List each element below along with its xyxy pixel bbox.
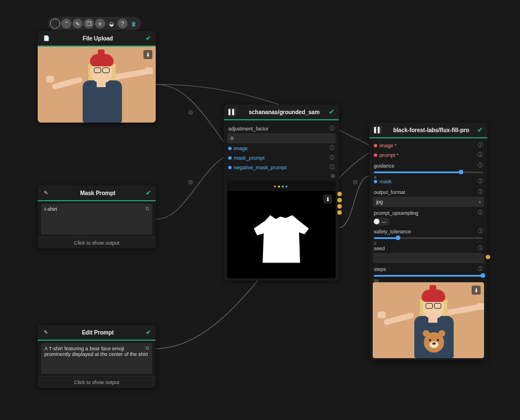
guidance-slider[interactable]: 4 — [373, 170, 484, 177]
show-output-button[interactable]: Click to show output — [38, 237, 156, 249]
check-icon: ✔ — [329, 108, 334, 116]
node-title: Edit Prompt — [50, 329, 146, 336]
person-illustration — [63, 49, 130, 123]
toolbar-help-icon[interactable]: ? — [117, 19, 128, 29]
model-icon: ▌▌ — [228, 108, 236, 116]
toolbar-list-icon[interactable]: ≡ — [95, 19, 105, 29]
port-image[interactable]: image *ⓘ — [373, 141, 484, 150]
edge-handle[interactable] — [188, 180, 193, 184]
node-header: ▌▌ black-forest-labs/flux-fill-pro ✔ — [369, 123, 487, 138]
output-ports — [337, 192, 342, 215]
tshirt-mask-shape — [254, 215, 309, 263]
node-file-upload[interactable]: 📄 File Upload ✔ ⬇ — [38, 31, 156, 123]
safety-tolerance-label: safety_toleranceⓘ — [374, 228, 483, 235]
prompt-upsampling-label: prompt_upsamplingⓘ — [374, 209, 483, 216]
edge-handle[interactable] — [353, 180, 358, 184]
info-icon[interactable]: ⓘ — [478, 151, 483, 159]
info-icon[interactable]: ⓘ — [478, 178, 483, 185]
edit-prompt-text: A T-shirt featuring a bear face emoji pr… — [44, 346, 148, 357]
node-title: black-forest-labs/flux-fill-pro — [385, 127, 477, 133]
check-icon: ✔ — [146, 328, 151, 336]
node-title: schananas/grounded_sam — [239, 109, 329, 115]
check-icon: ✔ — [477, 126, 483, 134]
port-image[interactable]: imageⓘ — [227, 143, 336, 153]
node-header: ✎ Edit Prompt ✔ — [38, 325, 156, 341]
node-header: ▌▌ schananas/grounded_sam ✔ — [224, 105, 339, 120]
output-port[interactable] — [337, 204, 342, 209]
check-icon: ✔ — [146, 34, 151, 42]
node-title: File Upload — [50, 35, 146, 42]
port-mask-prompt[interactable]: mask_promptⓘ — [227, 153, 336, 162]
steps-slider[interactable]: 50 — [373, 274, 484, 280]
download-icon[interactable]: ⬇ — [323, 195, 332, 204]
output-format-select[interactable]: jpg› — [373, 197, 484, 207]
node-title: Mask Prompt — [50, 190, 146, 196]
file-icon: 📄 — [42, 34, 50, 42]
chevron-right-icon: › — [479, 199, 481, 205]
info-icon[interactable]: ⓘ — [478, 142, 483, 149]
output-port[interactable] — [337, 210, 342, 215]
expand-icon[interactable]: ⧉ — [146, 345, 149, 351]
mask-prompt-text: t-shirt — [44, 206, 57, 212]
toolbar-pencil-icon[interactable]: ✎ — [73, 19, 83, 29]
node-mask-prompt[interactable]: ✎ Mask Prompt ✔ t-shirt ⧉ Click to show … — [38, 186, 156, 249]
adjustment-factor-input[interactable] — [227, 133, 336, 143]
toolbar-select-icon[interactable] — [50, 19, 60, 29]
info-icon[interactable]: ⓘ — [329, 164, 334, 171]
safety-tolerance-slider[interactable]: 2 — [373, 236, 484, 242]
output-port[interactable] — [337, 198, 342, 202]
mask-output-image[interactable]: ⬇ — [227, 191, 336, 278]
output-image[interactable]: ⬇ — [373, 282, 484, 358]
info-icon[interactable]: ⓘ — [478, 162, 483, 169]
adjustment-factor-label: adjustment_factor ⓘ — [228, 125, 334, 132]
node-grounded-sam[interactable]: ▌▌ schananas/grounded_sam ✔ adjustment_f… — [224, 105, 339, 281]
download-icon[interactable]: ⬇ — [472, 286, 481, 295]
uploaded-image[interactable]: ⬇ — [38, 47, 156, 123]
pencil-icon[interactable]: ✎ — [42, 328, 50, 336]
seed-input[interactable] — [373, 253, 484, 263]
info-icon[interactable]: ⓘ — [478, 228, 483, 235]
info-icon[interactable]: ⓘ — [329, 144, 334, 152]
toolbar-trash-icon[interactable]: 🗑 — [129, 19, 139, 29]
model-icon: ▌▌ — [374, 126, 382, 134]
toolbar-chevron-up-icon[interactable]: ˄ — [61, 19, 71, 29]
node-header: 📄 File Upload ✔ — [38, 31, 156, 47]
guidance-label: guidanceⓘ — [374, 162, 483, 169]
port-negative-mask-prompt[interactable]: negative_mask_promptⓘ — [227, 162, 336, 172]
check-icon: ✔ — [146, 189, 151, 197]
node-header: ✎ Mask Prompt ✔ — [38, 186, 156, 201]
output-format-label: output_formatⓘ — [374, 188, 483, 196]
node-edit-prompt[interactable]: ✎ Edit Prompt ✔ A T-shirt featuring a be… — [38, 325, 156, 388]
edit-prompt-textarea[interactable]: A T-shirt featuring a bear face emoji pr… — [41, 343, 152, 374]
output-port[interactable] — [486, 255, 490, 259]
show-output-button[interactable]: Click to show output — [38, 376, 156, 388]
expand-icon[interactable]: ⧉ — [146, 206, 149, 212]
prompt-upsampling-toggle[interactable]: --- — [373, 218, 390, 225]
toolbar-copy-icon[interactable]: ❐ — [84, 19, 94, 29]
info-icon[interactable]: ⓘ — [478, 188, 483, 196]
seed-label: seedⓘ — [374, 245, 483, 252]
steps-label: stepsⓘ — [374, 265, 483, 273]
info-icon[interactable]: ⓘ — [329, 125, 334, 132]
info-icon[interactable]: ⓘ — [478, 245, 483, 252]
output-port[interactable] — [337, 192, 342, 196]
node-flux-fill-pro[interactable]: ▌▌ black-forest-labs/flux-fill-pro ✔ ima… — [369, 123, 487, 360]
port-mask[interactable]: maskⓘ — [373, 177, 484, 186]
node-toolbar: ˄ ✎ ❐ ≡ ◒ ? 🗑 — [48, 17, 141, 30]
toolbar-eraser-icon[interactable]: ◒ — [106, 19, 116, 29]
info-icon[interactable]: ⓘ — [329, 154, 334, 161]
port-prompt[interactable]: prompt *ⓘ — [373, 150, 484, 160]
pencil-icon[interactable]: ✎ — [42, 189, 50, 197]
person-illustration — [395, 285, 462, 358]
info-icon[interactable]: ⓘ — [478, 209, 483, 216]
info-icon[interactable]: ⓘ — [478, 265, 483, 273]
output-indicator-dots: ●●●● — [227, 180, 336, 189]
expand-icon[interactable]: ⧉ — [331, 173, 334, 179]
download-icon[interactable]: ⬇ — [143, 50, 152, 59]
mask-prompt-textarea[interactable]: t-shirt ⧉ — [41, 204, 152, 234]
bear-emoji-graphic — [424, 332, 444, 353]
edge-handle[interactable] — [188, 110, 193, 115]
